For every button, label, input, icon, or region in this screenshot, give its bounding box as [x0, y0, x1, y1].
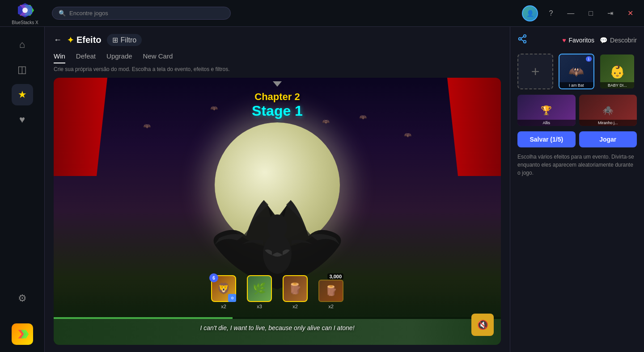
baby-icon: 👶	[610, 64, 625, 79]
preset-iam-bat-label: I am Bat	[559, 82, 593, 88]
tab-upgrade[interactable]: Upgrade	[106, 52, 132, 63]
preset-allis-label: Allis	[517, 120, 576, 126]
back-button[interactable]: ←	[54, 35, 62, 45]
left-sidebar: ⌂ ◫ ★ ♥ ⚙	[0, 27, 45, 352]
preset-miranho-label: Miranho j...	[579, 120, 637, 126]
close-button[interactable]: ✕	[624, 7, 637, 19]
help-button[interactable]: ?	[545, 8, 556, 19]
favorites-button[interactable]: ♥ Favoritos	[562, 37, 594, 44]
action-buttons: Salvar (1/5) Jogar	[517, 131, 637, 147]
minimize-button[interactable]: —	[564, 8, 578, 19]
trophy-icon: 🏆	[541, 105, 552, 116]
character-badge: 6	[209, 273, 218, 282]
share-button[interactable]	[517, 34, 527, 46]
right-panel: ♥ Favoritos 💬 Descobrir + 🦇 I am Bat 1	[510, 27, 644, 352]
item-2-slot: 🌿 x3	[247, 275, 272, 309]
sidebar-item-library[interactable]: ◫	[12, 59, 33, 80]
descobrir-label: Descobrir	[610, 37, 637, 44]
caret-indicator	[273, 81, 282, 87]
panel-description: Escolha vários efeitos para um evento. D…	[517, 153, 637, 177]
speaker-icon: 🔇	[477, 319, 488, 330]
item-2-card: 🌿	[247, 275, 272, 302]
efeito-icon: ✦	[67, 35, 74, 45]
wood-container: 🪵 3,000	[318, 280, 343, 302]
tab-newcard[interactable]: New Card	[143, 52, 173, 63]
wood-card: 🪵	[318, 280, 343, 302]
right-panel-header: ♥ Favoritos 💬 Descobrir	[517, 34, 637, 46]
chat-icon: 💬	[600, 37, 607, 44]
stage-title: Stage 1	[252, 103, 303, 119]
tab-defeat[interactable]: Defeat	[76, 52, 96, 63]
title-bar: BlueStacks X 🔍 Encontre jogos 👤 ? — □ ⇥ …	[0, 0, 644, 27]
filter-button[interactable]: ⊞ Filtro	[107, 34, 142, 46]
character-card: 🦁 6 ⚙	[211, 275, 236, 302]
search-bar[interactable]: 🔍 Encontre jogos	[52, 7, 231, 20]
app-name: BlueStacks X	[12, 20, 38, 25]
preset-iam-bat[interactable]: 🦇 I am Bat 1	[559, 54, 594, 89]
subtitle-text: Crie sua própria versão do mod. Escolha …	[54, 66, 501, 72]
preset-allis[interactable]: 🏆 Allis	[517, 95, 576, 126]
item-character: 🦁 6 ⚙ x2	[211, 275, 236, 309]
item-3-card: 🪵	[283, 275, 308, 302]
heart-icon: ♥	[562, 37, 566, 44]
logo-area: BlueStacks X	[7, 1, 43, 25]
item-3-icon: 🪵	[288, 282, 302, 295]
content-area: ← ✦ Efeito ⊞ Filtro Win Defeat Upgrade N…	[45, 27, 510, 352]
svg-line-15	[521, 39, 524, 41]
add-preset-button[interactable]: +	[517, 54, 553, 89]
chapter-title: Chapter 2	[252, 91, 303, 103]
preset-miranho[interactable]: 🕷️ Miranho j...	[579, 95, 637, 126]
character-count: x2	[221, 304, 226, 309]
preset-baby-di[interactable]: 👶 BABY DI...	[599, 54, 635, 89]
quote-text: I can't die, I want to live, because onl…	[200, 324, 354, 331]
page-title-area: ✦ Efeito	[67, 35, 102, 45]
chapter-text-area: Chapter 2 Stage 1	[252, 91, 303, 119]
bat-3: 🦇	[404, 131, 411, 138]
item-2-count: x3	[257, 304, 262, 309]
wood-value: 3,000	[327, 273, 343, 280]
favorites-label: Favoritos	[569, 37, 595, 44]
progress-bar-bg	[54, 317, 501, 319]
redirect-button[interactable]: ⇥	[604, 7, 617, 19]
sidebar-item-featured[interactable]: ★	[12, 84, 33, 105]
bat-5: 🦇	[322, 118, 330, 125]
gear-badge: ⚙	[228, 294, 236, 302]
item-3-slot: 🪵 x2	[283, 275, 308, 309]
search-placeholder: Encontre jogos	[69, 10, 108, 17]
bat-2: 🦇	[359, 113, 367, 121]
content-header: ← ✦ Efeito ⊞ Filtro	[54, 34, 501, 46]
bat-4: 🦇	[210, 105, 218, 112]
bluestacks-logo	[16, 1, 34, 19]
user-avatar[interactable]: 👤	[522, 5, 538, 21]
bat-1: 🦇	[143, 122, 151, 130]
page-title: Efeito	[76, 35, 102, 45]
sidebar-item-settings[interactable]: ⚙	[12, 288, 33, 309]
bluestacks-bottom-icon[interactable]	[12, 323, 33, 345]
svg-point-8	[267, 214, 287, 239]
preset-iam-bat-badge: 1	[586, 56, 592, 62]
descobrir-button[interactable]: 💬 Descobrir	[600, 37, 637, 44]
svg-point-13	[524, 41, 526, 43]
preset-baby-di-label: BABY DI...	[600, 82, 634, 88]
item-3-count: x2	[292, 304, 298, 309]
spider-icon: 🕷️	[602, 105, 614, 116]
tabs-row: Win Defeat Upgrade New Card	[54, 52, 501, 63]
bat-icon: 🦇	[568, 64, 584, 79]
sidebar-item-home[interactable]: ⌂	[12, 34, 33, 55]
play-button[interactable]: Jogar	[579, 131, 637, 147]
presets-grid-row2: 🏆 Allis 🕷️ Miranho j...	[517, 95, 637, 126]
wood-icon: 🪵	[325, 285, 337, 297]
tab-win[interactable]: Win	[54, 52, 65, 63]
save-button[interactable]: Salvar (1/5)	[517, 131, 576, 147]
item-wood-slot: 🪵 3,000 x2	[318, 280, 343, 309]
svg-line-14	[521, 37, 524, 38]
character-icon: 🦁	[217, 282, 230, 295]
wood-count: x2	[328, 304, 334, 309]
maximize-button[interactable]: □	[585, 8, 597, 19]
speaker-button[interactable]: 🔇	[471, 314, 494, 336]
filter-label: Filtro	[121, 36, 137, 44]
svg-point-11	[524, 35, 526, 38]
filter-icon: ⊞	[112, 36, 118, 44]
sidebar-item-favorites[interactable]: ♥	[12, 109, 33, 130]
items-row: 🦁 6 ⚙ x2 🌿 x3	[211, 275, 343, 309]
